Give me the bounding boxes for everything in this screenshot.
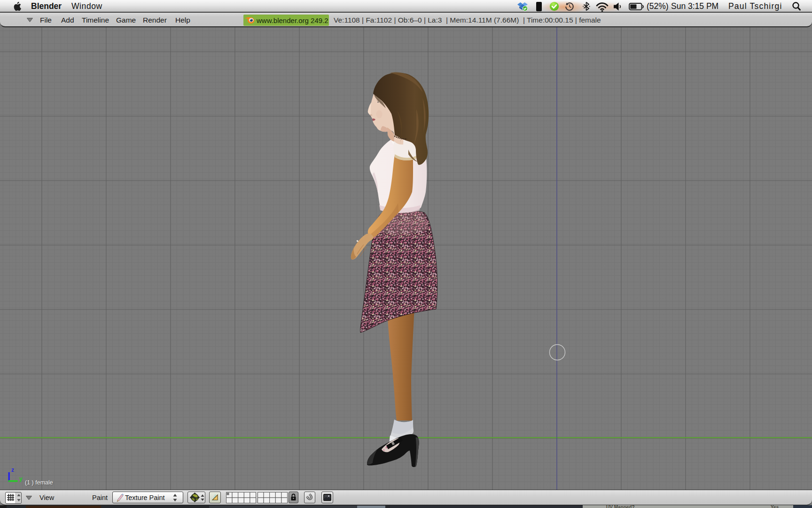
- svg-text:y: y: [19, 476, 23, 482]
- svg-text:(1 ) female: (1 ) female: [25, 479, 53, 486]
- svg-text:z: z: [11, 467, 14, 473]
